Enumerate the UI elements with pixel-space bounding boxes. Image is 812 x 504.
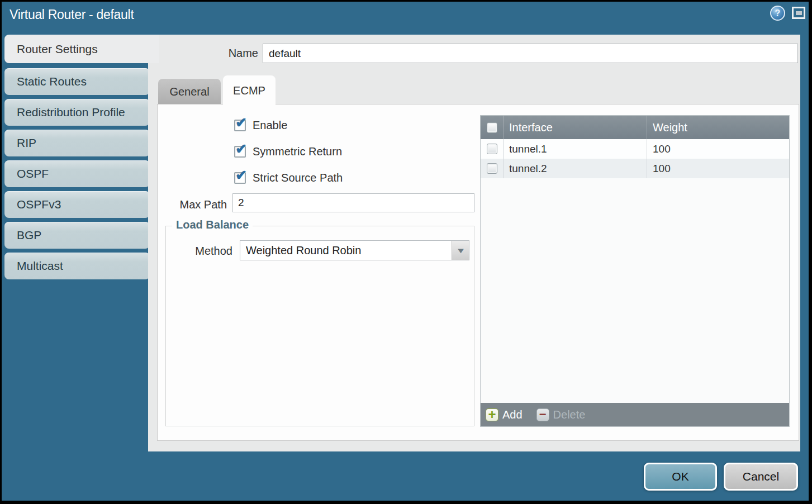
ecmp-pane: ✔ Enable ✔ Symmetric Return ✔ Strict Sou… <box>157 104 799 441</box>
method-dropdown[interactable]: Weighted Round Robin ▼ <box>240 240 469 260</box>
column-header-weight: Weight <box>647 116 789 139</box>
sidebar-item-ospfv3[interactable]: OSPFv3 <box>4 191 150 218</box>
table-footer: + Add − Delete <box>481 403 789 426</box>
enable-row: ✔ Enable <box>234 118 287 132</box>
interface-table: Interface Weight tunnel.1 100 tunnel.2 1… <box>480 115 790 427</box>
select-all-checkbox[interactable] <box>487 122 497 133</box>
strict-source-path-label: Strict Source Path <box>253 172 343 184</box>
load-balance-legend: Load Balance <box>172 218 253 231</box>
check-icon: ✔ <box>235 142 247 156</box>
sidebar-item-static-routes[interactable]: Static Routes <box>4 68 150 95</box>
symmetric-return-row: ✔ Symmetric Return <box>234 144 342 159</box>
header-checkbox-cell <box>481 116 503 139</box>
strict-source-path-checkbox[interactable]: ✔ <box>234 172 246 184</box>
method-dropdown-button[interactable]: ▼ <box>452 241 469 260</box>
row-checkbox[interactable] <box>487 144 497 154</box>
window-icon[interactable] <box>792 7 805 19</box>
table-row[interactable]: tunnel.2 100 <box>481 159 789 178</box>
tab-ecmp[interactable]: ECMP <box>223 75 276 106</box>
column-header-interface: Interface <box>503 116 647 139</box>
cell-weight: 100 <box>647 139 789 159</box>
add-button-label: Add <box>502 408 523 421</box>
cell-interface: tunnel.1 <box>503 139 647 159</box>
delete-button[interactable]: − Delete <box>536 408 586 421</box>
delete-minus-icon: − <box>536 408 549 421</box>
sidebar-item-multicast[interactable]: Multicast <box>4 253 150 279</box>
cell-weight: 100 <box>647 159 789 178</box>
table-header-row: Interface Weight <box>481 116 789 139</box>
delete-button-label: Delete <box>553 408 586 421</box>
enable-checkbox[interactable]: ✔ <box>234 120 246 131</box>
symmetric-return-checkbox[interactable]: ✔ <box>234 146 246 158</box>
add-button[interactable]: + Add <box>486 408 533 421</box>
max-path-label: Max Path <box>158 198 227 211</box>
max-path-input[interactable] <box>232 193 474 212</box>
sidebar-item-rip[interactable]: RIP <box>4 130 150 156</box>
check-icon: ✔ <box>235 168 247 182</box>
symmetric-return-label: Symmetric Return <box>253 145 342 158</box>
sidebar-item-ospf[interactable]: OSPF <box>4 160 150 187</box>
strict-source-path-row: ✔ Strict Source Path <box>234 170 343 185</box>
check-icon: ✔ <box>235 116 247 130</box>
sidebar-item-bgp[interactable]: BGP <box>4 222 150 249</box>
ok-button[interactable]: OK <box>644 463 717 491</box>
sidebar-item-router-settings[interactable]: Router Settings <box>4 35 159 63</box>
tab-general[interactable]: General <box>158 79 221 104</box>
row-checkbox-cell <box>481 139 503 159</box>
row-checkbox-cell <box>481 159 503 178</box>
help-icon[interactable]: ? <box>770 6 785 21</box>
window-icon-inner <box>796 11 802 15</box>
name-input[interactable] <box>263 44 798 63</box>
help-icon-glyph: ? <box>775 8 781 18</box>
add-plus-icon: + <box>486 408 498 421</box>
sidebar-item-redistribution-profile[interactable]: Redistribution Profile <box>4 99 150 126</box>
enable-label: Enable <box>253 119 287 132</box>
dialog-title: Virtual Router - default <box>10 7 134 22</box>
name-label: Name <box>196 47 258 60</box>
method-label: Method <box>165 245 232 258</box>
table-row[interactable]: tunnel.1 100 <box>481 139 789 159</box>
cell-interface: tunnel.2 <box>503 159 647 178</box>
method-selected-value: Weighted Round Robin <box>240 244 452 257</box>
row-checkbox[interactable] <box>487 163 497 174</box>
table-empty-area <box>481 178 789 403</box>
cancel-button[interactable]: Cancel <box>724 463 798 491</box>
chevron-down-icon: ▼ <box>455 246 466 255</box>
